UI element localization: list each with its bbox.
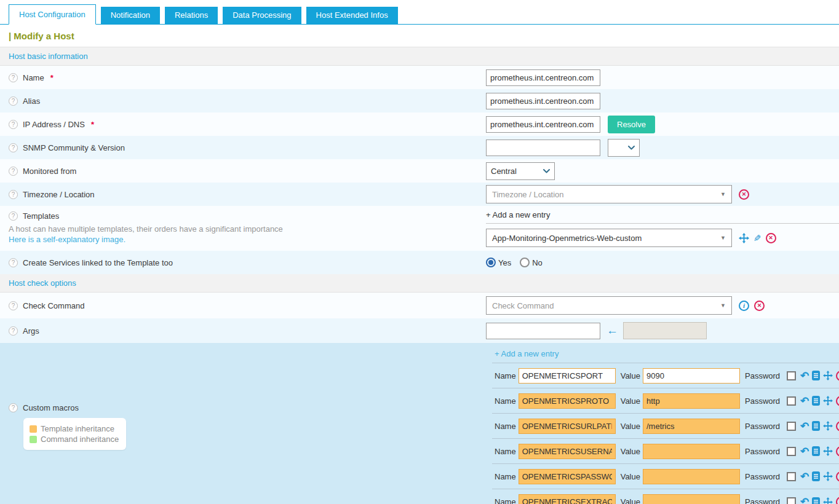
alias-input[interactable]: [486, 93, 600, 109]
help-icon[interactable]: ?: [9, 326, 18, 336]
template-inheritance-swatch: [30, 425, 37, 433]
templates-help-link[interactable]: Here is a self-explanatory image.: [9, 235, 486, 244]
legend-template-inheritance: Template inheritance: [41, 423, 114, 434]
delete-macro-icon[interactable]: ✕: [836, 446, 839, 457]
move-icon[interactable]: [823, 396, 833, 406]
radio-yes-label: Yes: [498, 258, 511, 267]
macro-password-label: Password: [745, 447, 780, 456]
args-input[interactable]: [486, 323, 600, 339]
macro-name-input[interactable]: [519, 368, 616, 384]
name-label: Name: [23, 73, 44, 82]
template-select[interactable]: App-Monitoring-Openmetrics-Web-custom ▼: [486, 229, 732, 247]
move-icon[interactable]: [823, 421, 833, 431]
clear-timezone-icon[interactable]: ✕: [739, 189, 749, 200]
help-icon[interactable]: ?: [9, 258, 18, 267]
custom-macros-label: Custom macros: [23, 403, 79, 412]
args-example-box: [623, 322, 707, 339]
template-select-value: App-Monitoring-Openmetrics-Web-custom: [492, 234, 720, 243]
macro-name-input[interactable]: [519, 444, 616, 459]
required-asterisk: *: [50, 73, 54, 82]
macro-name-input[interactable]: [519, 494, 616, 504]
move-icon[interactable]: [823, 497, 833, 504]
undo-icon[interactable]: ↶: [800, 497, 809, 504]
tab-bar: Host Configuration Notification Relation…: [0, 0, 839, 25]
resolve-button[interactable]: Resolve: [608, 116, 655, 133]
help-icon[interactable]: ?: [9, 211, 18, 221]
help-icon[interactable]: ?: [9, 301, 18, 310]
undo-icon[interactable]: ↶: [800, 421, 809, 431]
edit-template-icon[interactable]: ✎: [754, 234, 761, 243]
delete-macro-icon[interactable]: ✕: [836, 396, 839, 406]
help-icon[interactable]: ?: [9, 167, 18, 176]
tab-relations[interactable]: Relations: [165, 7, 218, 24]
macro-value-input[interactable]: [643, 393, 740, 409]
help-icon[interactable]: ?: [9, 190, 18, 199]
macro-value-input[interactable]: [643, 469, 740, 484]
description-icon[interactable]: [812, 497, 820, 504]
description-icon[interactable]: [812, 421, 820, 431]
description-icon[interactable]: [812, 396, 820, 406]
macro-value-input[interactable]: [643, 368, 740, 384]
tab-data-processing[interactable]: Data Processing: [223, 7, 301, 24]
macros-add-entry[interactable]: + Add a new entry: [486, 345, 839, 358]
macro-row: Name Value Password ↶ ✕: [492, 464, 839, 489]
macro-value-input[interactable]: [643, 419, 740, 434]
delete-macro-icon[interactable]: ✕: [836, 497, 839, 504]
password-checkbox[interactable]: [787, 422, 796, 431]
tab-host-configuration[interactable]: Host Configuration: [9, 4, 96, 25]
move-icon[interactable]: [739, 233, 749, 243]
password-checkbox[interactable]: [787, 472, 796, 481]
undo-icon[interactable]: ↶: [800, 471, 809, 482]
name-input[interactable]: [486, 69, 600, 86]
delete-macro-icon[interactable]: ✕: [836, 371, 839, 381]
row-alias: ? Alias: [0, 89, 839, 112]
snmp-community-input[interactable]: [486, 140, 600, 156]
undo-icon[interactable]: ↶: [800, 396, 809, 406]
move-icon[interactable]: [823, 371, 833, 380]
macro-name-input[interactable]: [519, 393, 616, 409]
macro-value-input[interactable]: [643, 444, 740, 459]
macro-password-label: Password: [745, 371, 780, 380]
row-name: ? Name *: [0, 66, 839, 89]
snmp-label: SNMP Community & Version: [23, 143, 125, 152]
move-icon[interactable]: [823, 446, 833, 456]
check-command-select[interactable]: Check Command ▼: [486, 296, 732, 315]
macro-name-input[interactable]: [519, 469, 616, 484]
row-templates: ? Templates A host can have multiple tem…: [0, 206, 839, 251]
row-snmp: ? SNMP Community & Version: [0, 136, 839, 159]
help-icon[interactable]: ?: [9, 143, 18, 152]
info-icon[interactable]: i: [739, 301, 749, 311]
help-icon[interactable]: ?: [9, 120, 18, 129]
radio-no[interactable]: [520, 258, 530, 267]
description-icon[interactable]: [812, 471, 820, 481]
monitored-from-select[interactable]: Central: [486, 162, 555, 180]
description-icon[interactable]: [812, 371, 820, 380]
macro-name-input[interactable]: [519, 419, 616, 434]
help-icon[interactable]: ?: [9, 73, 18, 82]
radio-yes[interactable]: [486, 258, 496, 267]
tab-host-extended-infos[interactable]: Host Extended Infos: [306, 7, 398, 24]
ip-input[interactable]: [486, 116, 600, 133]
templates-add-entry[interactable]: + Add a new entry: [486, 210, 839, 219]
password-checkbox[interactable]: [787, 497, 796, 504]
delete-macro-icon[interactable]: ✕: [836, 421, 839, 431]
clear-check-command-icon[interactable]: ✕: [754, 301, 765, 311]
tab-notification[interactable]: Notification: [101, 7, 160, 24]
undo-icon[interactable]: ↶: [800, 446, 809, 457]
help-icon[interactable]: ?: [9, 403, 18, 412]
arrow-left-icon: ←: [606, 324, 618, 337]
macro-value-input[interactable]: [643, 494, 740, 504]
snmp-version-select[interactable]: [608, 139, 640, 157]
move-icon[interactable]: [823, 471, 833, 481]
description-icon[interactable]: [812, 446, 820, 456]
delete-template-icon[interactable]: ✕: [766, 233, 776, 243]
radio-no-label: No: [532, 258, 543, 267]
password-checkbox[interactable]: [787, 447, 796, 456]
timezone-select[interactable]: Timezone / Location ▼: [486, 185, 732, 203]
row-args: ? Args ←: [0, 318, 839, 343]
password-checkbox[interactable]: [787, 396, 796, 406]
delete-macro-icon[interactable]: ✕: [836, 471, 839, 482]
password-checkbox[interactable]: [787, 371, 796, 380]
undo-icon[interactable]: ↶: [800, 371, 809, 381]
help-icon[interactable]: ?: [9, 96, 18, 106]
